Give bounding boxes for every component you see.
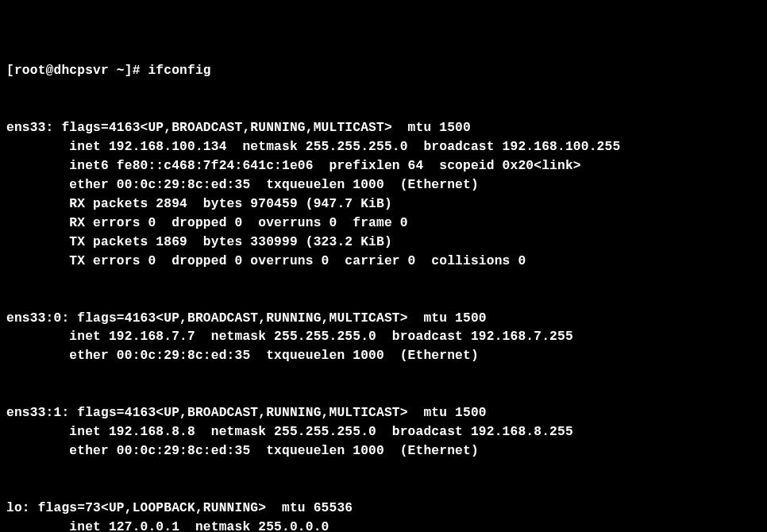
interface-lo: lo: flags=73<UP,LOOPBACK,RUNNING> mtu 65…: [6, 480, 761, 532]
iface-line: inet6 fe80::c468:7f24:641c:1e06 prefixle…: [6, 159, 581, 173]
iface-line: inet 192.168.7.7 netmask 255.255.255.0 b…: [6, 330, 573, 344]
iface-line: ether 00:0c:29:8c:ed:35 txqueuelen 1000 …: [6, 178, 479, 192]
iface-line: inet 192.168.8.8 netmask 255.255.255.0 b…: [6, 425, 573, 439]
iface-header: ens33:0: flags=4163<UP,BROADCAST,RUNNING…: [6, 311, 487, 326]
iface-line: RX errors 0 dropped 0 overruns 0 frame 0: [6, 216, 408, 230]
iface-header: lo: flags=73<UP,LOOPBACK,RUNNING> mtu 65…: [6, 501, 353, 515]
interface-ens33: ens33: flags=4163<UP,BROADCAST,RUNNING,M…: [6, 100, 761, 272]
interface-ens33-1: ens33:1: flags=4163<UP,BROADCAST,RUNNING…: [6, 385, 761, 461]
iface-line: TX errors 0 dropped 0 overruns 0 carrier…: [6, 254, 526, 268]
interface-ens33-0: ens33:0: flags=4163<UP,BROADCAST,RUNNING…: [6, 291, 761, 367]
iface-line: inet 192.168.100.134 netmask 255.255.255…: [6, 140, 620, 154]
iface-line: inet 127.0.0.1 netmask 255.0.0.0: [6, 520, 329, 532]
iface-line: ether 00:0c:29:8c:ed:35 txqueuelen 1000 …: [6, 349, 479, 363]
iface-header: ens33: flags=4163<UP,BROADCAST,RUNNING,M…: [6, 121, 471, 135]
iface-line: ether 00:0c:29:8c:ed:35 txqueuelen 1000 …: [6, 444, 479, 458]
iface-line: TX packets 1869 bytes 330999 (323.2 KiB): [6, 235, 392, 249]
shell-prompt[interactable]: [root@dhcpsvr ~]# ifconfig: [6, 62, 761, 81]
iface-header: ens33:1: flags=4163<UP,BROADCAST,RUNNING…: [6, 406, 487, 420]
iface-line: RX packets 2894 bytes 970459 (947.7 KiB): [6, 197, 392, 211]
